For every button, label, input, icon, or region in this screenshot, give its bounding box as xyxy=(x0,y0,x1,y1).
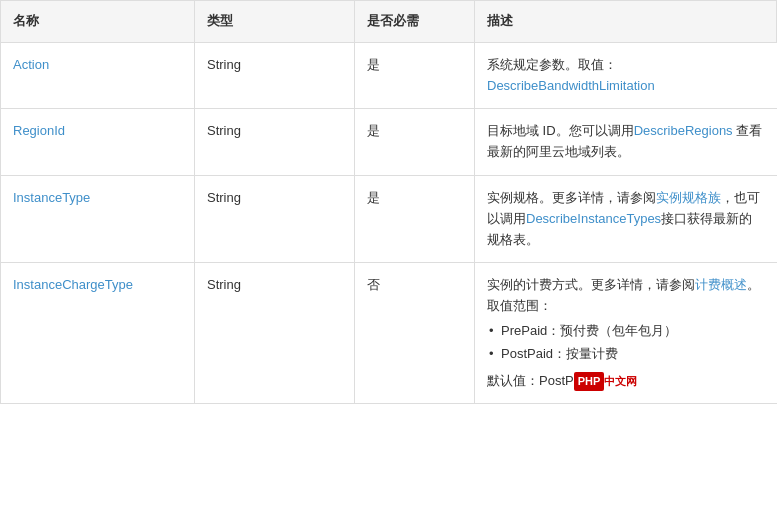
param-type-regionid: String xyxy=(195,109,355,175)
table-row: InstanceChargeType String 否 实例的计费方式。更多详情… xyxy=(1,263,777,404)
describe-regions-link[interactable]: DescribeRegions xyxy=(634,123,733,138)
param-type-instancetype: String xyxy=(195,176,355,262)
action-link[interactable]: Action xyxy=(13,57,49,72)
param-type-action: String xyxy=(195,43,355,109)
param-type-instancechargetype: String xyxy=(195,263,355,403)
default-value: 默认值：PostPPHP中文网 xyxy=(487,371,765,392)
param-name-regionid: RegionId xyxy=(1,109,195,175)
regionid-link[interactable]: RegionId xyxy=(13,123,65,138)
param-desc-instancetype: 实例规格。更多详情，请参阅实例规格族，也可以调用DescribeInstance… xyxy=(475,176,777,262)
php-label: 中文网 xyxy=(604,375,637,387)
param-required-action: 是 xyxy=(355,43,475,109)
instancechargetype-link[interactable]: InstanceChargeType xyxy=(13,277,133,292)
param-name-action: Action xyxy=(1,43,195,109)
param-desc-instancechargetype: 实例的计费方式。更多详情，请参阅计费概述。取值范围： PrePaid：预付费（包… xyxy=(475,263,777,403)
header-name: 名称 xyxy=(1,1,195,42)
table-row: Action String 是 系统规定参数。取值： DescribeBandw… xyxy=(1,43,777,110)
param-name-instancechargetype: InstanceChargeType xyxy=(1,263,195,403)
instancetype-link[interactable]: InstanceType xyxy=(13,190,90,205)
header-type: 类型 xyxy=(195,1,355,42)
instance-family-link[interactable]: 实例规格族 xyxy=(656,190,721,205)
header-required: 是否必需 xyxy=(355,1,475,42)
param-desc-action: 系统规定参数。取值： DescribeBandwidthLimitation xyxy=(475,43,777,109)
billing-overview-link[interactable]: 计费概述 xyxy=(695,277,747,292)
header-desc: 描述 xyxy=(475,1,777,42)
table-row: RegionId String 是 目标地域 ID。您可以调用DescribeR… xyxy=(1,109,777,176)
list-item: PrePaid：预付费（包年包月） xyxy=(487,321,765,342)
param-required-instancetype: 是 xyxy=(355,176,475,262)
param-name-instancetype: InstanceType xyxy=(1,176,195,262)
param-required-regionid: 是 xyxy=(355,109,475,175)
table-header: 名称 类型 是否必需 描述 xyxy=(1,1,777,43)
php-badge: PHP xyxy=(574,372,605,392)
list-item: PostPaid：按量计费 xyxy=(487,344,765,365)
table-row: InstanceType String 是 实例规格。更多详情，请参阅实例规格族… xyxy=(1,176,777,263)
charge-type-list: PrePaid：预付费（包年包月） PostPaid：按量计费 xyxy=(487,321,765,365)
api-params-table: 名称 类型 是否必需 描述 Action String 是 系统规定参数。取值：… xyxy=(0,0,777,404)
describe-bandwidth-link[interactable]: DescribeBandwidthLimitation xyxy=(487,78,655,93)
describe-instance-types-link[interactable]: DescribeInstanceTypes xyxy=(526,211,661,226)
param-required-instancechargetype: 否 xyxy=(355,263,475,403)
param-desc-regionid: 目标地域 ID。您可以调用DescribeRegions 查看最新的阿里云地域列… xyxy=(475,109,777,175)
